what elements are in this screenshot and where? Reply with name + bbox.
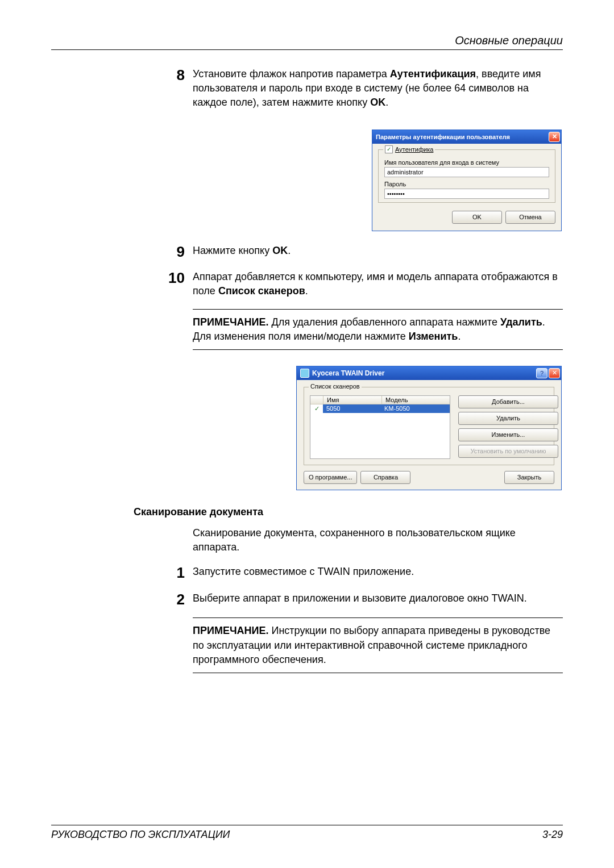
- text-bold: OK: [272, 245, 288, 256]
- step-number: 10: [156, 270, 193, 286]
- scanner-list-group: Список сканеров Имя Модель ✓ 5050: [304, 387, 554, 465]
- step-number: 9: [156, 244, 193, 260]
- auth-dialog: Параметры аутентификации пользователя ✕ …: [372, 130, 562, 231]
- close-button[interactable]: Закрыть: [504, 471, 554, 484]
- scan-step-2: 2 Выберите аппарат в приложении и вызови…: [156, 591, 563, 608]
- auth-checkbox-label: Аутентифика: [395, 146, 433, 153]
- help-button[interactable]: Справка: [360, 471, 410, 484]
- password-label: Пароль: [384, 181, 549, 187]
- cell-name: 5050: [323, 404, 381, 413]
- text: Нажмите кнопку: [193, 245, 272, 256]
- table-row[interactable]: ✓ 5050 KM-5050: [310, 404, 450, 413]
- about-button[interactable]: О программе...: [304, 471, 357, 484]
- twain-dialog: Kyocera TWAIN Driver ? ✕ Список сканеров…: [296, 366, 562, 490]
- step-8: 8 Установите флажок напротив параметра А…: [156, 67, 563, 110]
- text-bold: Удалить: [500, 316, 542, 328]
- step-10: 10 Аппарат добавляется к компьютеру, имя…: [156, 270, 563, 298]
- cancel-button[interactable]: Отмена: [505, 211, 555, 224]
- text: .: [458, 331, 460, 342]
- section-intro: Сканирование документа, сохраненного в п…: [193, 526, 563, 554]
- step-text: Запустите совместимое с TWAIN приложение…: [193, 565, 563, 579]
- dialog-titlebar: Параметры аутентификации пользователя ✕: [372, 130, 561, 144]
- step-text: Выберите аппарат в приложении и вызовите…: [193, 591, 563, 606]
- ok-button[interactable]: OK: [452, 211, 502, 224]
- text: .: [305, 285, 308, 297]
- text-bold: Аутентификация: [390, 68, 476, 80]
- set-default-button: Установить по умолчанию: [458, 445, 558, 458]
- text: Для удаления добавленного аппарата нажми…: [268, 316, 500, 328]
- dialog-title: Kyocera TWAIN Driver: [312, 369, 535, 377]
- text-bold: Изменить: [409, 331, 458, 342]
- edit-button[interactable]: Изменить...: [458, 428, 558, 441]
- scan-step-1: 1 Запустите совместимое с TWAIN приложен…: [156, 565, 563, 581]
- cell-model: KM-5050: [381, 404, 450, 413]
- close-icon[interactable]: ✕: [549, 132, 560, 142]
- delete-button[interactable]: Удалить: [458, 412, 558, 425]
- text-bold: OK: [370, 97, 385, 108]
- text: .: [288, 245, 291, 256]
- section-header: Основные операции: [51, 34, 563, 47]
- step-number: 2: [156, 591, 193, 608]
- step-number: 1: [156, 565, 193, 581]
- step-text: Установите флажок напротив параметра Аут…: [193, 67, 563, 110]
- footer-page-number: 3-29: [542, 829, 563, 841]
- step-text: Аппарат добавляется к компьютеру, имя и …: [193, 270, 563, 298]
- step-number: 8: [156, 67, 193, 84]
- dialog-title: Параметры аутентификации пользователя: [376, 133, 510, 140]
- list-header: Имя Модель: [310, 396, 450, 404]
- col-model[interactable]: Модель: [382, 396, 450, 404]
- username-label: Имя пользователя для входа в систему: [384, 159, 549, 166]
- page-footer: РУКОВОДСТВО ПО ЭКСПЛУАТАЦИИ 3-29: [51, 825, 563, 841]
- note-block: ПРИМЕЧАНИЕ. Для удаления добавленного ап…: [193, 309, 563, 350]
- auth-groupbox: ✓ Аутентифика Имя пользователя для входа…: [378, 149, 555, 203]
- note-label: ПРИМЕЧАНИЕ.: [193, 316, 268, 328]
- note-label: ПРИМЕЧАНИЕ.: [193, 625, 268, 636]
- note-block: ПРИМЕЧАНИЕ. Инструкции по выбору аппарат…: [193, 617, 563, 673]
- scanner-list[interactable]: Имя Модель ✓ 5050 KM-5050: [310, 395, 450, 459]
- text: Установите флажок напротив параметра: [193, 68, 390, 80]
- text-bold: Список сканеров: [218, 285, 305, 297]
- add-button[interactable]: Добавить...: [458, 395, 558, 408]
- username-input[interactable]: [384, 167, 549, 177]
- footer-left: РУКОВОДСТВО ПО ЭКСПЛУАТАЦИИ: [51, 829, 230, 841]
- step-text: Нажмите кнопку OK.: [193, 244, 563, 258]
- close-icon[interactable]: ✕: [549, 368, 560, 378]
- app-icon: [300, 369, 309, 378]
- col-name[interactable]: Имя: [323, 396, 382, 404]
- check-icon: ✓: [310, 404, 323, 413]
- password-input[interactable]: [384, 189, 549, 199]
- section-heading: Сканирование документа: [134, 506, 563, 518]
- auth-checkbox[interactable]: ✓: [385, 145, 393, 153]
- help-icon[interactable]: ?: [536, 368, 547, 378]
- group-label: Список сканеров: [309, 383, 362, 390]
- dialog-titlebar: Kyocera TWAIN Driver ? ✕: [297, 366, 561, 380]
- text: .: [385, 97, 388, 108]
- step-9: 9 Нажмите кнопку OK.: [156, 244, 563, 260]
